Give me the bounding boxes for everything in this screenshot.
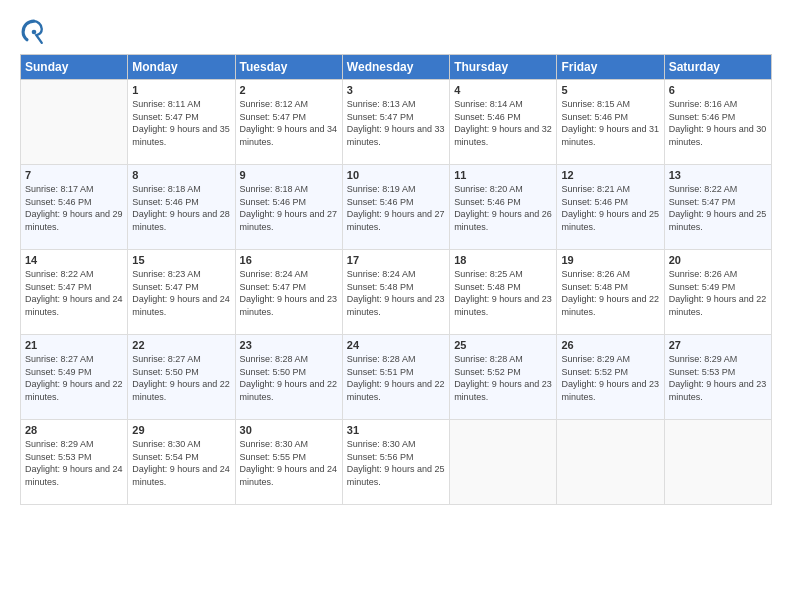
sunrise: Sunrise: 8:29 AM: [561, 354, 630, 364]
page: SundayMondayTuesdayWednesdayThursdayFrid…: [0, 0, 792, 612]
sunrise: Sunrise: 8:20 AM: [454, 184, 523, 194]
daylight: Daylight: 9 hours and 23 minutes.: [454, 379, 552, 402]
calendar-cell: 11 Sunrise: 8:20 AM Sunset: 5:46 PM Dayl…: [450, 165, 557, 250]
day-info: Sunrise: 8:27 AM Sunset: 5:50 PM Dayligh…: [132, 353, 230, 403]
svg-point-0: [32, 30, 37, 35]
logo-icon: [20, 18, 48, 46]
day-number: 9: [240, 169, 338, 181]
sunrise: Sunrise: 8:19 AM: [347, 184, 416, 194]
sunrise: Sunrise: 8:28 AM: [454, 354, 523, 364]
day-number: 28: [25, 424, 123, 436]
sunrise: Sunrise: 8:28 AM: [240, 354, 309, 364]
sunset: Sunset: 5:54 PM: [132, 452, 199, 462]
day-number: 13: [669, 169, 767, 181]
calendar-cell: 13 Sunrise: 8:22 AM Sunset: 5:47 PM Dayl…: [664, 165, 771, 250]
sunrise: Sunrise: 8:22 AM: [25, 269, 94, 279]
calendar-cell: 25 Sunrise: 8:28 AM Sunset: 5:52 PM Dayl…: [450, 335, 557, 420]
sunrise: Sunrise: 8:29 AM: [25, 439, 94, 449]
day-info: Sunrise: 8:28 AM Sunset: 5:50 PM Dayligh…: [240, 353, 338, 403]
sunrise: Sunrise: 8:17 AM: [25, 184, 94, 194]
calendar-cell: 16 Sunrise: 8:24 AM Sunset: 5:47 PM Dayl…: [235, 250, 342, 335]
day-info: Sunrise: 8:22 AM Sunset: 5:47 PM Dayligh…: [25, 268, 123, 318]
sunrise: Sunrise: 8:30 AM: [347, 439, 416, 449]
sunset: Sunset: 5:56 PM: [347, 452, 414, 462]
weekday-row: SundayMondayTuesdayWednesdayThursdayFrid…: [21, 55, 772, 80]
day-info: Sunrise: 8:22 AM Sunset: 5:47 PM Dayligh…: [669, 183, 767, 233]
calendar-cell: 8 Sunrise: 8:18 AM Sunset: 5:46 PM Dayli…: [128, 165, 235, 250]
day-number: 24: [347, 339, 445, 351]
daylight: Daylight: 9 hours and 30 minutes.: [669, 124, 767, 147]
calendar-cell: 2 Sunrise: 8:12 AM Sunset: 5:47 PM Dayli…: [235, 80, 342, 165]
sunset: Sunset: 5:48 PM: [561, 282, 628, 292]
daylight: Daylight: 9 hours and 24 minutes.: [25, 294, 123, 317]
daylight: Daylight: 9 hours and 25 minutes.: [669, 209, 767, 232]
day-info: Sunrise: 8:15 AM Sunset: 5:46 PM Dayligh…: [561, 98, 659, 148]
sunset: Sunset: 5:46 PM: [25, 197, 92, 207]
daylight: Daylight: 9 hours and 28 minutes.: [132, 209, 230, 232]
sunrise: Sunrise: 8:11 AM: [132, 99, 201, 109]
daylight: Daylight: 9 hours and 23 minutes.: [240, 294, 338, 317]
header: [20, 18, 772, 46]
day-info: Sunrise: 8:30 AM Sunset: 5:55 PM Dayligh…: [240, 438, 338, 488]
sunrise: Sunrise: 8:14 AM: [454, 99, 523, 109]
sunrise: Sunrise: 8:24 AM: [347, 269, 416, 279]
day-info: Sunrise: 8:29 AM Sunset: 5:53 PM Dayligh…: [25, 438, 123, 488]
daylight: Daylight: 9 hours and 31 minutes.: [561, 124, 659, 147]
daylight: Daylight: 9 hours and 22 minutes.: [347, 379, 445, 402]
sunrise: Sunrise: 8:21 AM: [561, 184, 630, 194]
sunrise: Sunrise: 8:26 AM: [669, 269, 738, 279]
sunset: Sunset: 5:48 PM: [347, 282, 414, 292]
day-info: Sunrise: 8:16 AM Sunset: 5:46 PM Dayligh…: [669, 98, 767, 148]
day-number: 4: [454, 84, 552, 96]
day-info: Sunrise: 8:27 AM Sunset: 5:49 PM Dayligh…: [25, 353, 123, 403]
calendar-cell: 3 Sunrise: 8:13 AM Sunset: 5:47 PM Dayli…: [342, 80, 449, 165]
day-number: 15: [132, 254, 230, 266]
daylight: Daylight: 9 hours and 25 minutes.: [561, 209, 659, 232]
calendar-cell: [664, 420, 771, 505]
logo: [20, 18, 52, 46]
sunset: Sunset: 5:51 PM: [347, 367, 414, 377]
daylight: Daylight: 9 hours and 27 minutes.: [240, 209, 338, 232]
sunrise: Sunrise: 8:25 AM: [454, 269, 523, 279]
sunset: Sunset: 5:47 PM: [240, 112, 307, 122]
day-info: Sunrise: 8:30 AM Sunset: 5:54 PM Dayligh…: [132, 438, 230, 488]
daylight: Daylight: 9 hours and 24 minutes.: [132, 294, 230, 317]
day-info: Sunrise: 8:25 AM Sunset: 5:48 PM Dayligh…: [454, 268, 552, 318]
sunrise: Sunrise: 8:22 AM: [669, 184, 738, 194]
calendar-cell: 18 Sunrise: 8:25 AM Sunset: 5:48 PM Dayl…: [450, 250, 557, 335]
day-number: 21: [25, 339, 123, 351]
day-info: Sunrise: 8:11 AM Sunset: 5:47 PM Dayligh…: [132, 98, 230, 148]
day-number: 25: [454, 339, 552, 351]
day-number: 18: [454, 254, 552, 266]
day-info: Sunrise: 8:26 AM Sunset: 5:48 PM Dayligh…: [561, 268, 659, 318]
calendar-cell: 19 Sunrise: 8:26 AM Sunset: 5:48 PM Dayl…: [557, 250, 664, 335]
weekday-header-saturday: Saturday: [664, 55, 771, 80]
calendar-cell: 17 Sunrise: 8:24 AM Sunset: 5:48 PM Dayl…: [342, 250, 449, 335]
day-info: Sunrise: 8:20 AM Sunset: 5:46 PM Dayligh…: [454, 183, 552, 233]
calendar-week-5: 28 Sunrise: 8:29 AM Sunset: 5:53 PM Dayl…: [21, 420, 772, 505]
daylight: Daylight: 9 hours and 23 minutes.: [561, 379, 659, 402]
daylight: Daylight: 9 hours and 22 minutes.: [240, 379, 338, 402]
sunset: Sunset: 5:47 PM: [132, 112, 199, 122]
daylight: Daylight: 9 hours and 22 minutes.: [132, 379, 230, 402]
sunrise: Sunrise: 8:13 AM: [347, 99, 416, 109]
sunset: Sunset: 5:46 PM: [669, 112, 736, 122]
sunrise: Sunrise: 8:29 AM: [669, 354, 738, 364]
daylight: Daylight: 9 hours and 34 minutes.: [240, 124, 338, 147]
daylight: Daylight: 9 hours and 23 minutes.: [669, 379, 767, 402]
sunset: Sunset: 5:46 PM: [454, 197, 521, 207]
calendar-week-1: 1 Sunrise: 8:11 AM Sunset: 5:47 PM Dayli…: [21, 80, 772, 165]
calendar-cell: 22 Sunrise: 8:27 AM Sunset: 5:50 PM Dayl…: [128, 335, 235, 420]
sunrise: Sunrise: 8:18 AM: [240, 184, 309, 194]
sunset: Sunset: 5:47 PM: [240, 282, 307, 292]
weekday-header-tuesday: Tuesday: [235, 55, 342, 80]
day-number: 17: [347, 254, 445, 266]
calendar-cell: 15 Sunrise: 8:23 AM Sunset: 5:47 PM Dayl…: [128, 250, 235, 335]
sunrise: Sunrise: 8:15 AM: [561, 99, 630, 109]
day-number: 6: [669, 84, 767, 96]
sunrise: Sunrise: 8:18 AM: [132, 184, 201, 194]
sunset: Sunset: 5:52 PM: [454, 367, 521, 377]
sunrise: Sunrise: 8:27 AM: [25, 354, 94, 364]
daylight: Daylight: 9 hours and 27 minutes.: [347, 209, 445, 232]
day-number: 16: [240, 254, 338, 266]
